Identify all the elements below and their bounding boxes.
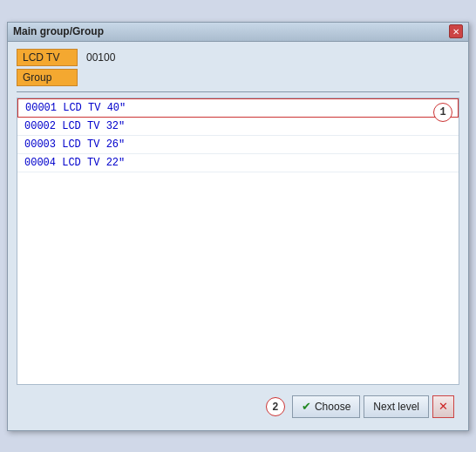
list-item-id: 00004 <box>24 157 56 169</box>
field-label-lcd-tv: LCD TV <box>17 49 78 66</box>
list-item-id: 00001 <box>25 102 57 114</box>
list-item-name: LCD TV 40" <box>63 102 126 114</box>
title-bar: Main group/Group ✕ <box>8 23 468 42</box>
next-level-label: Next level <box>373 401 419 413</box>
list-item-name: LCD TV 22" <box>62 157 125 169</box>
list-item-name: LCD TV 32" <box>62 120 125 132</box>
separator <box>17 91 459 92</box>
list-item[interactable]: 00001 LCD TV 40" 1 <box>17 98 459 118</box>
step2-badge: 2 <box>266 397 285 416</box>
window-close-button[interactable]: ✕ <box>449 24 463 38</box>
window-title: Main group/Group <box>13 25 104 37</box>
step1-badge: 1 <box>433 103 452 122</box>
list-item[interactable]: 00002 LCD TV 32" <box>17 118 459 136</box>
main-window: Main group/Group ✕ LCD TV 00100 Group 00… <box>7 22 469 431</box>
item-list: 00001 LCD TV 40" 1 00002 LCD TV 32" 0000… <box>17 98 459 385</box>
field-label-group: Group <box>17 69 78 86</box>
choose-label: Choose <box>315 401 350 413</box>
cancel-button[interactable]: ✕ <box>432 395 454 418</box>
field-value-lcd-tv: 00100 <box>83 50 119 65</box>
list-item-name: LCD TV 26" <box>62 138 125 151</box>
list-item[interactable]: 00004 LCD TV 22" <box>17 154 459 172</box>
field-row-1: LCD TV 00100 <box>17 49 459 66</box>
cancel-icon: ✕ <box>439 400 448 413</box>
field-value-group <box>83 76 90 79</box>
list-item-id: 00003 <box>24 138 56 151</box>
field-row-2: Group <box>17 69 459 86</box>
list-item[interactable]: 00003 LCD TV 26" <box>17 136 459 154</box>
list-item-id: 00002 <box>24 120 56 132</box>
footer: 2 ✔ Choose Next level ✕ <box>17 392 459 423</box>
main-content: LCD TV 00100 Group 00001 LCD TV 40" 1 00… <box>8 42 468 430</box>
next-level-button[interactable]: Next level <box>364 395 429 418</box>
check-icon: ✔ <box>302 400 311 413</box>
choose-button[interactable]: ✔ Choose <box>292 395 360 418</box>
